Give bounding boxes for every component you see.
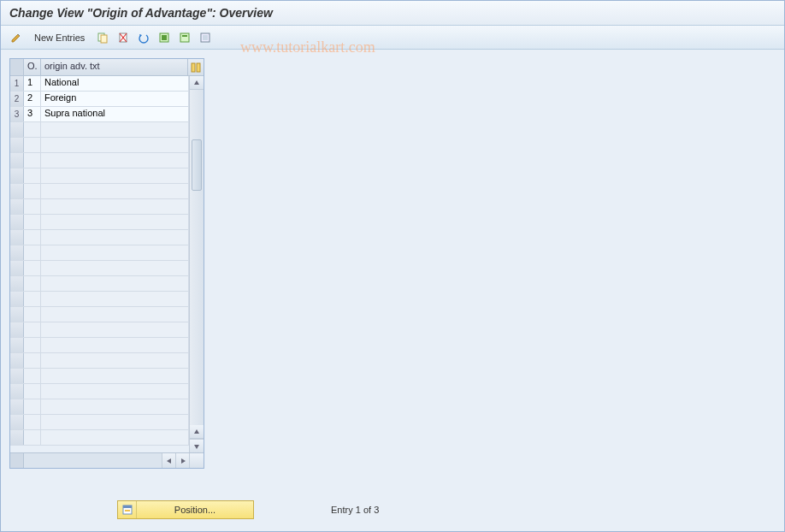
row-selector[interactable]: 2 (10, 92, 24, 106)
cell-o[interactable] (24, 384, 41, 399)
row-selector[interactable] (10, 369, 24, 383)
column-config-icon[interactable] (188, 59, 204, 75)
table-row[interactable]: 33Supra national (10, 107, 189, 122)
row-selector[interactable] (10, 353, 24, 368)
row-selector[interactable] (10, 384, 24, 399)
cell-origin-txt[interactable] (41, 292, 189, 306)
vertical-scrollbar[interactable] (189, 76, 204, 452)
select-block-icon[interactable] (176, 29, 193, 46)
cell-o[interactable] (24, 353, 41, 368)
table-row-empty[interactable] (10, 261, 189, 276)
cell-o[interactable] (24, 261, 41, 275)
cell-origin-txt[interactable] (41, 230, 189, 245)
table-row-empty[interactable] (10, 184, 189, 199)
table-row-empty[interactable] (10, 276, 189, 292)
table-row-empty[interactable] (10, 215, 189, 230)
cell-o[interactable] (24, 292, 41, 306)
new-entries-button[interactable]: New Entries (28, 30, 91, 45)
toggle-display-change-icon[interactable] (8, 29, 25, 46)
table-row-empty[interactable] (10, 322, 189, 338)
table-row-empty[interactable] (10, 384, 189, 399)
row-selector[interactable] (10, 261, 24, 275)
cell-origin-txt[interactable] (41, 245, 189, 260)
cell-origin-txt[interactable] (41, 338, 189, 352)
cell-origin-txt[interactable] (41, 369, 189, 383)
row-selector[interactable]: 1 (10, 76, 24, 91)
cell-o[interactable] (24, 153, 41, 168)
row-selector[interactable]: 3 (10, 107, 24, 121)
cell-origin-txt[interactable] (41, 153, 189, 168)
row-selector[interactable] (10, 322, 24, 337)
row-selector[interactable] (10, 292, 24, 306)
table-row-empty[interactable] (10, 399, 189, 415)
table-row-empty[interactable] (10, 122, 189, 138)
cell-o[interactable] (24, 215, 41, 229)
cell-origin-txt[interactable]: Foreign (41, 92, 189, 106)
row-selector[interactable] (10, 199, 24, 214)
cell-origin-txt[interactable] (41, 430, 189, 445)
row-selector[interactable] (10, 138, 24, 152)
cell-o[interactable] (24, 276, 41, 291)
table-row[interactable]: 22Foreign (10, 92, 189, 107)
row-selector-header[interactable] (10, 59, 24, 75)
undo-icon[interactable] (135, 29, 152, 46)
cell-o[interactable] (24, 245, 41, 260)
cell-o[interactable] (24, 322, 41, 337)
table-row[interactable]: 11National (10, 76, 189, 92)
cell-origin-txt[interactable] (41, 138, 189, 152)
row-selector[interactable] (10, 168, 24, 183)
column-header-origin-adv-txt[interactable]: origin adv. txt (41, 59, 188, 75)
row-selector[interactable] (10, 153, 24, 168)
cell-origin-txt[interactable] (41, 261, 189, 275)
row-selector[interactable] (10, 122, 24, 137)
cell-origin-txt[interactable] (41, 199, 189, 214)
scroll-left-icon[interactable] (162, 453, 175, 468)
scrollbar-track[interactable] (190, 90, 204, 425)
row-selector[interactable] (10, 245, 24, 260)
column-header-o[interactable]: O. (24, 59, 41, 75)
cell-o[interactable] (24, 338, 41, 352)
row-selector[interactable] (10, 307, 24, 322)
cell-o[interactable] (24, 430, 41, 445)
row-selector[interactable] (10, 230, 24, 245)
cell-o[interactable]: 2 (24, 92, 41, 106)
table-row-empty[interactable] (10, 245, 189, 261)
cell-o[interactable] (24, 122, 41, 137)
cell-origin-txt[interactable] (41, 168, 189, 183)
cell-origin-txt[interactable] (41, 384, 189, 399)
scroll-down-icon[interactable] (190, 439, 204, 452)
cell-origin-txt[interactable] (41, 122, 189, 137)
scroll-right-icon[interactable] (175, 453, 189, 468)
cell-o[interactable] (24, 307, 41, 322)
cell-origin-txt[interactable]: National (41, 76, 189, 91)
position-button[interactable]: Position... (117, 500, 254, 519)
deselect-all-icon[interactable] (197, 29, 214, 46)
cell-o[interactable] (24, 199, 41, 214)
cell-o[interactable] (24, 184, 41, 198)
table-row-empty[interactable] (10, 353, 189, 369)
table-row-empty[interactable] (10, 230, 189, 245)
table-row-empty[interactable] (10, 292, 189, 307)
table-row-empty[interactable] (10, 199, 189, 215)
cell-origin-txt[interactable] (41, 307, 189, 322)
select-all-icon[interactable] (156, 29, 173, 46)
cell-o[interactable]: 3 (24, 107, 41, 121)
table-row-empty[interactable] (10, 307, 189, 322)
row-selector[interactable] (10, 338, 24, 352)
cell-o[interactable] (24, 399, 41, 414)
table-row-empty[interactable] (10, 369, 189, 384)
cell-o[interactable] (24, 230, 41, 245)
cell-o[interactable] (24, 168, 41, 183)
cell-origin-txt[interactable] (41, 215, 189, 229)
cell-origin-txt[interactable] (41, 276, 189, 291)
row-selector[interactable] (10, 184, 24, 198)
cell-o[interactable] (24, 415, 41, 429)
cell-origin-txt[interactable] (41, 322, 189, 337)
copy-icon[interactable] (94, 29, 111, 46)
table-row-empty[interactable] (10, 338, 189, 353)
cell-origin-txt[interactable] (41, 353, 189, 368)
scrollbar-thumb[interactable] (192, 139, 202, 191)
table-row-empty[interactable] (10, 415, 189, 430)
delete-icon[interactable] (115, 29, 132, 46)
scroll-up-icon[interactable] (190, 76, 204, 90)
